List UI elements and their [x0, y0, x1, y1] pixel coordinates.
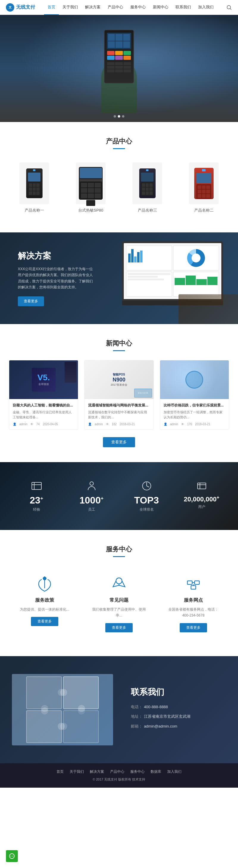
- footer-copyright: © 2017 无线支付 版权所有 技术支持: [6, 777, 232, 782]
- solution-section: 解决方案 XXX公司是XXX行业的引领者，致力于为每一位用户提供优质的解决方案。…: [0, 232, 238, 324]
- service-name-faq: 常见问题: [92, 597, 146, 603]
- stats-section: 23+ 经验 1000+ 员工: [0, 462, 238, 530]
- stats-grid: 23+ 经验 1000+ 员工: [12, 480, 226, 512]
- news-body-1: 刮着大风的人工智能，能看懂钱的自... 金融、零售、通讯等行业已经率先使用人工智…: [9, 399, 78, 429]
- stat-employees: 1000+ 员工: [67, 480, 116, 512]
- news-title-2: 流通领域智能终端与网络的平衡发展...: [88, 403, 150, 408]
- news-more-button[interactable]: 查看更多: [103, 437, 135, 447]
- svg-point-5: [90, 482, 93, 485]
- nav-item-home[interactable]: 首页: [44, 0, 59, 15]
- nav-item-products[interactable]: 产品中心: [104, 0, 127, 15]
- footer-nav-service[interactable]: 服务中心: [130, 769, 145, 774]
- news-meta-1: 👤 admin 👁 74 2020-04-05: [13, 423, 75, 426]
- services-section: 服务中心 服务政策 为您提供、提供一体的标准化... 查看更多: [0, 530, 238, 656]
- news-author-2: admin: [95, 423, 102, 426]
- hero-dot-3[interactable]: [122, 115, 124, 118]
- footer-nav-join[interactable]: 加入我们: [167, 769, 181, 774]
- news-card-2[interactable]: 智能POS N900 2017首发余会 素版无软网 流通领域智能终端与网络的平衡…: [84, 360, 153, 430]
- news-card-3[interactable]: 比特币价格回跌，但专家们乐观前景... 加密货币市场经历了一轮调整，然而专家认为…: [160, 360, 229, 430]
- brand-logo[interactable]: 支 无线支付: [6, 3, 35, 11]
- nav-item-service[interactable]: 服务中心: [127, 0, 149, 15]
- news-meta-3: 👤 admin 👁 176 2018-03-21: [163, 423, 225, 426]
- email-label: 邮箱：: [131, 723, 143, 730]
- contact-address: 地址： 江苏省南京市玄武区玄武湖: [131, 713, 226, 720]
- footer-nav-solution[interactable]: 解决方案: [90, 769, 104, 774]
- v5-badge: V5. 全球首款: [32, 368, 56, 392]
- news-author-3: admin: [170, 423, 178, 426]
- email-value: admin@admin.com: [144, 724, 177, 728]
- solution-description: XXX公司是XXX行业的引领者，致力于为每一位用户提供优质的解决方案。我们的团队…: [18, 266, 95, 290]
- nav-item-news[interactable]: 新闻中心: [149, 0, 172, 15]
- search-icon[interactable]: [226, 4, 232, 10]
- service-btn-policy[interactable]: 查看更多: [31, 617, 58, 626]
- svg-rect-15: [191, 586, 196, 589]
- service-name-policy: 服务政策: [18, 597, 71, 603]
- stat-label-ranking: 全球排名: [122, 507, 171, 512]
- nav-item-solution[interactable]: 解决方案: [82, 0, 104, 15]
- svg-rect-7: [198, 483, 206, 489]
- hero-dot-1[interactable]: [114, 115, 116, 118]
- news-views-icon-2: 👁: [106, 423, 109, 426]
- phone-label: 电话：: [131, 704, 143, 710]
- nav-item-about[interactable]: 关于我们: [59, 0, 82, 15]
- product-image-4: [189, 162, 219, 204]
- svg-rect-14: [195, 581, 199, 584]
- news-views-icon-3: 👁: [181, 423, 184, 426]
- service-card-policy: 服务政策 为您提供、提供一体的标准化... 查看更多: [12, 566, 77, 641]
- policy-icon: [36, 575, 54, 593]
- contact-puzzle-image: [12, 674, 113, 745]
- stat-label-users: 用户: [177, 504, 226, 509]
- footer-nav-home[interactable]: 首页: [57, 769, 64, 774]
- product-device-1: [26, 168, 42, 198]
- contact-title: 联系我们: [131, 686, 226, 698]
- solution-more-button[interactable]: 查看更多: [18, 297, 44, 306]
- news-card-1[interactable]: V5. 全球首款 刮着大风的人工智能，能看懂钱的自... 金融、零售、通讯等行业…: [9, 360, 78, 430]
- news-section: 新闻中心 V5. 全球首款 刮着大风的人工智能，能看懂钱的自... 金融、零售、…: [0, 324, 238, 462]
- news-author-icon-3: 👤: [163, 423, 167, 426]
- watermark: 素版无软网: [134, 389, 152, 398]
- news-title: 新闻中心: [9, 339, 229, 348]
- news-excerpt-3: 加密货币市场经历了一轮调整，然而专家认为长期趋势仍...: [163, 410, 225, 420]
- employees-icon: [86, 480, 97, 492]
- svg-line-1: [230, 8, 232, 9]
- stat-number-experience: 23+: [12, 495, 61, 506]
- news-body-3: 比特币价格回跌，但专家们乐观前景... 加密货币市场经历了一轮调整，然而专家认为…: [160, 399, 229, 429]
- news-grid: V5. 全球首款 刮着大风的人工智能，能看懂钱的自... 金融、零售、通讯等行业…: [9, 360, 229, 430]
- news-title-3: 比特币价格回跌，但专家们乐观前景...: [163, 403, 225, 408]
- product-name-3: 产品名称三: [125, 208, 170, 213]
- product-card-1[interactable]: 产品名称一: [9, 158, 59, 218]
- n900-badge: 智能POS N900 2017首发余会: [111, 373, 127, 387]
- news-author-1: admin: [19, 423, 27, 426]
- experience-icon: [31, 480, 42, 492]
- services-grid: 服务政策 为您提供、提供一体的标准化... 查看更多 常见问题 我们收集整理了产…: [12, 566, 226, 641]
- product-device-2: [79, 167, 102, 200]
- nav-item-join[interactable]: 加入我们: [195, 0, 217, 15]
- service-desc-faq: 我们收集整理了产品使用中、使用率...: [92, 607, 146, 619]
- contact-section: 联系我们 电话： 400-888-8888 地址： 江苏省南京市玄武区玄武湖 邮…: [0, 656, 238, 763]
- footer: 首页 关于我们 解决方案 产品中心 服务中心 数据库 加入我们 © 2017 无…: [0, 763, 238, 788]
- product-card-4[interactable]: 产品名称二: [179, 158, 229, 218]
- products-underline: [113, 148, 125, 149]
- service-card-network: 服务网点 全国各省都有服务网点，电话：400-234-5678 查看更多: [161, 566, 226, 641]
- network-icon: [184, 575, 202, 593]
- solution-title: 解决方案: [18, 250, 95, 261]
- phone-value: 400-888-8888: [144, 705, 168, 709]
- news-date-2: 2018-03-21: [120, 423, 135, 426]
- products-section: 产品中心 产品名称一: [0, 122, 238, 232]
- product-image-2: [76, 162, 106, 204]
- nav-item-contact[interactable]: 联系我们: [172, 0, 195, 15]
- main-navigation: 支 无线支付 首页 关于我们 解决方案 产品中心 服务中心 新闻中心 联系我们 …: [0, 0, 238, 15]
- service-name-network: 服务网点: [167, 597, 220, 603]
- service-btn-network[interactable]: 查看更多: [180, 623, 207, 632]
- product-name-1: 产品名称一: [12, 208, 57, 213]
- product-card-3[interactable]: 产品名称三: [122, 158, 173, 218]
- footer-nav-database[interactable]: 数据库: [151, 769, 161, 774]
- stat-number-ranking: TOP3: [122, 495, 171, 506]
- footer-nav-about[interactable]: 关于我们: [70, 769, 84, 774]
- hero-dot-2[interactable]: [118, 115, 120, 118]
- news-views-2: 182: [112, 423, 117, 426]
- footer-nav-products[interactable]: 产品中心: [110, 769, 124, 774]
- product-card-2[interactable]: 台式热敏SP80: [65, 158, 116, 218]
- service-btn-faq[interactable]: 查看更多: [105, 623, 133, 632]
- contact-info: 联系我们 电话： 400-888-8888 地址： 江苏省南京市玄武区玄武湖 邮…: [113, 686, 226, 732]
